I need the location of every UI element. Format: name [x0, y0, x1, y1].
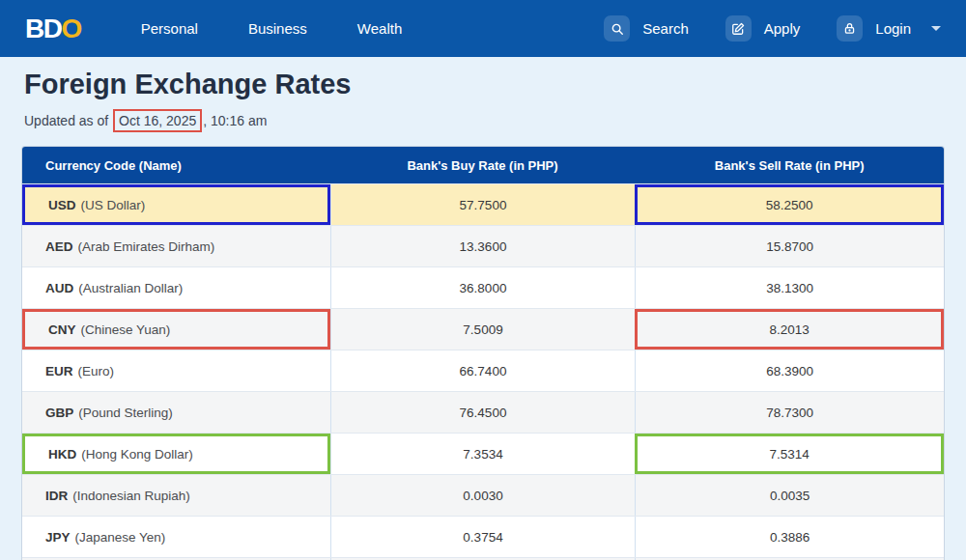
updated-date-annotation: Oct 16, 2025: [113, 109, 202, 132]
buy-rate-cell-usd: 57.7500: [330, 184, 636, 225]
currency-name: (Chinese Yuan): [81, 322, 171, 337]
currency-cell-gbp: GBP (Pound Sterling): [22, 392, 330, 433]
table-row-gbp: GBP (Pound Sterling) 76.4500 78.7300: [22, 391, 944, 433]
sell-rate-cell-cny: 8.2013: [635, 309, 944, 350]
currency-cell-idr: IDR (Indonesian Rupiah): [22, 475, 330, 516]
edit-apply-icon: [725, 15, 752, 42]
buy-rate-cell-hkd: 7.3534: [330, 434, 636, 474]
buy-rate-cell-jpy: 0.3754: [330, 517, 636, 557]
header-currency-code: Currency Code (Name): [22, 147, 330, 183]
nav-link-wealth[interactable]: Wealth: [357, 20, 402, 37]
fx-rates-table: Currency Code (Name) Bank's Buy Rate (in…: [21, 146, 945, 560]
logo-bd-text: BD: [25, 14, 61, 43]
page-title: Foreign Exchange Rates: [21, 69, 945, 100]
sell-rate-cell-jpy: 0.3886: [635, 517, 944, 557]
search-icon: [604, 15, 630, 42]
updated-prefix: Updated as of: [24, 113, 108, 128]
table-row-cny: CNY (Chinese Yuan) 7.5009 8.2013: [22, 308, 944, 350]
table-row-idr: IDR (Indonesian Rupiah) 0.0030 0.0035: [22, 474, 944, 516]
currency-code: JPY: [45, 530, 71, 545]
nav-links: Personal Business Wealth: [141, 20, 403, 37]
currency-cell-eur: EUR (Euro): [22, 350, 330, 391]
sell-rate-cell-idr: 0.0035: [635, 475, 944, 516]
updated-timestamp: Updated as of Oct 16, 2025, 10:16 am: [21, 109, 945, 132]
sell-rate-cell-aed: 15.8700: [635, 226, 944, 266]
table-row-aed: AED (Arab Emirates Dirham) 13.3600 15.87…: [22, 225, 944, 266]
currency-cell-hkd: HKD (Hong Kong Dollar): [22, 434, 330, 474]
currency-name: (Japanese Yen): [75, 530, 166, 545]
login-label: Login: [875, 20, 911, 37]
currency-cell-cny: CNY (Chinese Yuan): [22, 309, 330, 350]
currency-cell-aud: AUD (Australian Dollar): [22, 267, 330, 308]
sell-rate-cell-gbp: 78.7300: [635, 392, 944, 433]
buy-rate-cell-aud: 36.8000: [330, 267, 636, 308]
bdo-logo[interactable]: BDO: [25, 14, 81, 44]
currency-name: (Arab Emirates Dirham): [78, 239, 215, 254]
buy-rate-cell-aed: 13.3600: [330, 226, 636, 266]
currency-name: (Pound Sterling): [78, 406, 173, 420]
apply-label: Apply: [764, 20, 801, 37]
currency-name: (Australian Dollar): [78, 281, 183, 295]
sell-rate-cell-eur: 68.3900: [635, 350, 944, 391]
header-sell-rate: Bank's Sell Rate (in PHP): [635, 147, 944, 183]
table-row-eur: EUR (Euro) 66.7400 68.3900: [22, 350, 944, 391]
table-row-jpy: JPY (Japanese Yen) 0.3754 0.3886: [22, 516, 944, 557]
nav-actions: Search Apply Login: [567, 15, 941, 42]
currency-code: AUD: [45, 281, 73, 295]
sell-rate-cell-aud: 38.1300: [635, 267, 944, 308]
currency-name: (US Dollar): [81, 198, 146, 212]
top-navbar: BDO Personal Business Wealth Search Appl…: [0, 0, 966, 57]
currency-cell-usd: USD (US Dollar): [22, 184, 330, 225]
sell-rate-cell-usd: 58.2500: [635, 184, 944, 225]
currency-name: (Indonesian Rupiah): [72, 489, 190, 503]
currency-code: IDR: [45, 489, 68, 503]
currency-code: HKD: [48, 447, 76, 462]
updated-suffix: , 10:16 am: [203, 113, 267, 128]
currency-code: GBP: [45, 406, 73, 420]
header-buy-rate: Bank's Buy Rate (in PHP): [330, 147, 636, 183]
apply-button[interactable]: Apply: [725, 15, 801, 42]
search-label: Search: [642, 20, 689, 37]
sell-rate-cell-hkd: 7.5314: [635, 434, 944, 474]
currency-code: CNY: [48, 322, 76, 337]
table-row-usd: USD (US Dollar) 57.7500 58.2500: [22, 183, 944, 225]
logo-o-text: O: [61, 14, 80, 43]
table-row-hkd: HKD (Hong Kong Dollar) 7.3534 7.5314: [22, 433, 944, 474]
page-content: Foreign Exchange Rates Updated as of Oct…: [0, 57, 966, 560]
currency-name: (Hong Kong Dollar): [81, 447, 193, 462]
buy-rate-cell-idr: 0.0030: [330, 475, 636, 516]
buy-rate-cell-gbp: 76.4500: [330, 392, 636, 433]
nav-link-personal[interactable]: Personal: [141, 20, 198, 37]
currency-code: AED: [45, 239, 73, 254]
login-dropdown[interactable]: Login: [837, 15, 941, 42]
chevron-down-icon: [931, 26, 941, 31]
buy-rate-cell-cny: 7.5009: [330, 309, 636, 350]
nav-link-business[interactable]: Business: [248, 20, 307, 37]
lock-icon: [837, 15, 863, 42]
buy-rate-cell-eur: 66.7400: [330, 350, 636, 391]
currency-code: EUR: [45, 364, 73, 378]
currency-code: USD: [48, 198, 76, 212]
table-row-aud: AUD (Australian Dollar) 36.8000 38.1300: [22, 266, 944, 308]
currency-cell-aed: AED (Arab Emirates Dirham): [22, 226, 330, 266]
search-button[interactable]: Search: [604, 15, 689, 42]
table-header-row: Currency Code (Name) Bank's Buy Rate (in…: [22, 147, 944, 183]
currency-name: (Euro): [78, 364, 115, 378]
currency-cell-jpy: JPY (Japanese Yen): [22, 517, 330, 557]
